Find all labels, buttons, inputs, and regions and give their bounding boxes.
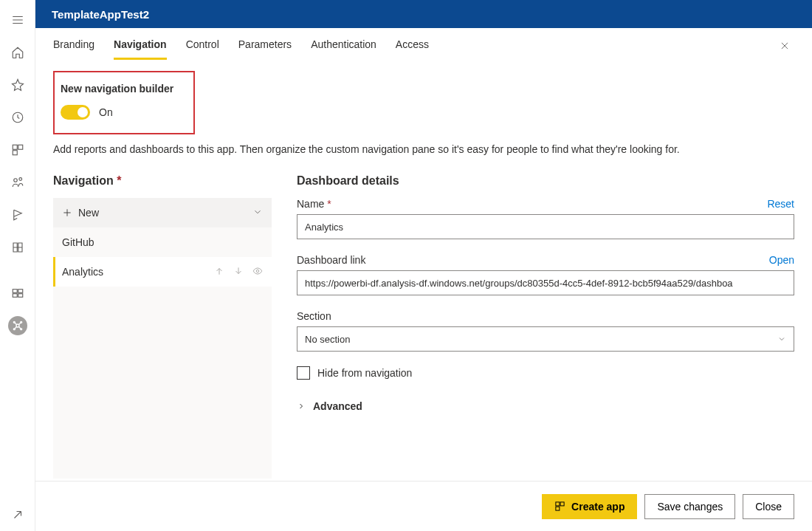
close-icon[interactable] [775,36,794,58]
advanced-expander[interactable]: Advanced [297,400,794,412]
nav-item-github[interactable]: GitHub [53,227,272,257]
workspaces-icon[interactable] [0,231,35,264]
tab-control[interactable]: Control [186,34,219,60]
menu-icon[interactable] [0,4,35,36]
home-icon[interactable] [0,36,35,69]
chevron-down-icon [252,207,263,219]
details-title: Dashboard details [297,174,794,188]
tab-bar: Branding Navigation Control Parameters A… [53,34,429,60]
chevron-right-icon [297,402,306,411]
move-down-icon[interactable] [233,266,244,278]
create-app-button[interactable]: Create app [542,494,637,519]
helper-text: Add reports and dashboards to this app. … [53,143,794,155]
create-app-icon [554,501,565,512]
close-button[interactable]: Close [743,494,794,519]
move-up-icon[interactable] [214,266,224,278]
chevron-down-icon [777,335,786,343]
builder-toggle-label: On [99,106,113,118]
tab-parameters[interactable]: Parameters [238,34,292,60]
tab-access[interactable]: Access [396,34,429,60]
nav-item-analytics[interactable]: Analytics [53,257,272,287]
svg-rect-18 [556,507,560,510]
builder-title: New navigation builder [58,83,183,95]
svg-rect-7 [18,290,22,293]
plus-icon [62,208,72,218]
svg-rect-8 [13,294,17,298]
current-workspace-icon[interactable] [0,309,35,342]
svg-rect-3 [13,151,17,155]
page-title: TemplateAppTest2 [35,0,812,28]
hide-label: Hide from navigation [317,367,412,379]
hide-checkbox[interactable] [297,366,310,380]
recent-icon[interactable] [0,101,35,134]
name-input[interactable] [297,214,794,239]
name-reset-link[interactable]: Reset [767,198,794,210]
link-open-link[interactable]: Open [769,254,794,266]
tab-navigation[interactable]: Navigation [114,34,167,60]
svg-point-4 [13,179,17,182]
svg-point-15 [256,270,259,273]
section-select[interactable]: No section [297,326,794,352]
favorites-icon[interactable] [0,69,35,101]
svg-rect-17 [560,502,564,506]
builder-toggle-panel: New navigation builder On [53,71,195,134]
apps-icon[interactable] [0,134,35,166]
svg-rect-1 [13,145,17,149]
learn-icon[interactable] [0,199,35,231]
save-changes-button[interactable]: Save changes [644,494,735,519]
new-nav-item-button[interactable]: New [53,198,272,227]
section-label: Section [297,310,331,322]
svg-rect-9 [18,294,22,298]
get-data-icon[interactable] [0,499,35,531]
shared-icon[interactable] [0,166,35,199]
link-label: Dashboard link [297,254,365,266]
name-label: Name * [297,198,331,210]
visibility-icon[interactable] [252,266,263,278]
tab-authentication[interactable]: Authentication [311,34,376,60]
deployment-icon[interactable] [0,277,35,309]
navigation-section-title: Navigation * [53,174,272,188]
link-input[interactable] [297,270,794,295]
tab-branding[interactable]: Branding [53,34,94,60]
hide-checkbox-row[interactable]: Hide from navigation [297,366,794,380]
svg-rect-6 [13,290,17,293]
builder-toggle[interactable] [61,105,90,120]
svg-point-5 [18,178,21,181]
svg-rect-16 [556,502,560,506]
svg-rect-2 [18,145,22,149]
